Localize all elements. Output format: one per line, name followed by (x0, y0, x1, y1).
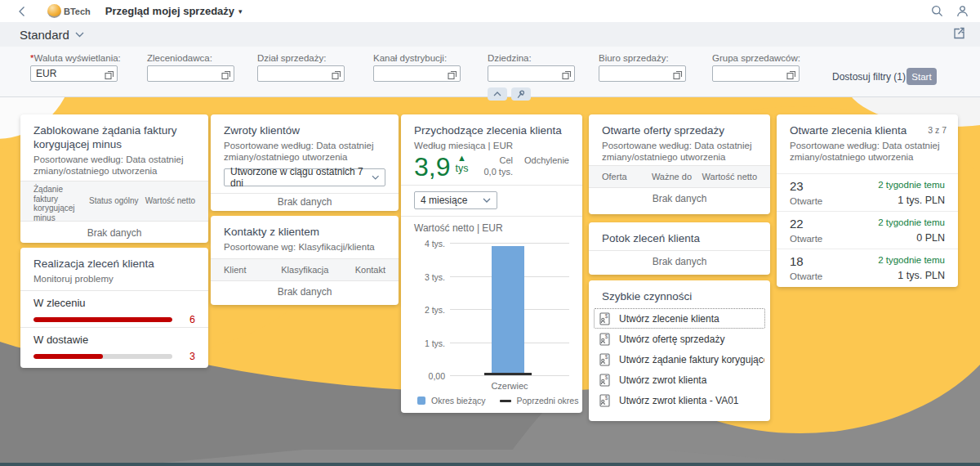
row-label: W dostawie (33, 334, 195, 346)
fulfillment-row-in-delivery[interactable]: W dostawie 3 (33, 334, 195, 362)
order-age: 2 tygodnie temu (878, 179, 945, 191)
variant-bar: Standard (0, 22, 980, 47)
sales-order-icon: $ (599, 333, 611, 346)
returns-period-select[interactable]: Utworzone w ciągu ostatnich 7 dni (224, 168, 385, 186)
quick-action-create-customer-return[interactable]: $ Utwórz zwrot klienta (594, 370, 765, 390)
card-header[interactable]: Potok zleceń klienta (589, 222, 770, 245)
card-customer-returns: Zwroty klientów Posortowane według: Data… (211, 114, 399, 211)
quick-action-create-credit-memo-request[interactable]: $ Utwórz żądanie faktury korygującej m..… (594, 349, 765, 370)
value-help-icon[interactable] (105, 69, 114, 78)
divider (20, 327, 208, 328)
card-header[interactable]: Przychodzące zlecenia klienta Według mie… (401, 114, 582, 152)
shell-header: BTech Przegląd mojej sprzedaży ▾ (0, 0, 980, 22)
select-value: 4 miesiące (421, 195, 467, 206)
card-title: Szybkie czynności (602, 289, 757, 303)
value-help-icon[interactable] (332, 69, 341, 78)
card-subtitle: Posortowane według: Data ostatniej zmian… (790, 141, 945, 163)
no-data-text: Brak danych (211, 286, 399, 298)
column-header: Oferta (602, 172, 641, 181)
value-help-icon[interactable] (786, 69, 796, 78)
chart-period-select[interactable]: 4 miesiące (414, 191, 497, 209)
sales-order-icon: $ (599, 374, 611, 387)
card-header[interactable]: Otwarte oferty sprzedaży Posortowane wed… (589, 114, 770, 163)
collapse-header-button[interactable] (488, 87, 507, 101)
table-header: Klient Klasyfikacja Kontakt (211, 258, 399, 281)
target-value: 0,0 tys. (483, 167, 512, 177)
divider (401, 216, 582, 217)
no-data-text: Brak danych (211, 196, 399, 208)
order-age: 2 tygodnie temu (878, 254, 945, 267)
fulfillment-bar-0 (33, 317, 172, 322)
card-subtitle: Posortowane według: Data ostatniej zmian… (33, 155, 195, 177)
card-header[interactable]: Kontakty z klientem Posortowane wg: Klas… (211, 216, 399, 253)
divider (20, 290, 208, 291)
card-blocked-credit-memos: Zablokowane żądania faktury korygującej … (20, 114, 208, 243)
filter-sales-division: Dział sprzedaży: (257, 53, 345, 82)
card-title: Realizacja zleceń klienta (33, 257, 195, 271)
filter-label: Zleceniodawca: (147, 53, 212, 63)
filter-sales-group: Grupa sprzedawców: (712, 53, 800, 82)
quick-action-create-customer-return-va01[interactable]: $ Utwórz zwrot klienta - VA01 (594, 390, 765, 410)
table-header: Oferta Ważne do Wartość netto (589, 165, 770, 188)
quick-action-label: Utwórz żądanie faktury korygującej m... (619, 354, 765, 365)
svg-text:$: $ (605, 313, 608, 319)
quick-action-create-sales-order[interactable]: $ Utwórz zlecenie klienta (594, 308, 765, 329)
order-age: 2 tygodnie temu (878, 217, 945, 229)
kpi-value: 3,9 (414, 152, 450, 181)
app-title-menu[interactable]: Przegląd mojej sprzedaży ▾ (105, 5, 243, 17)
adapt-filters-link[interactable]: Dostosuj filtry (1) (832, 71, 906, 83)
variant-title: Standard (20, 28, 69, 42)
card-header[interactable]: Realizacja zleceń klienta Monitoruj prob… (20, 248, 208, 285)
back-button[interactable] (13, 3, 29, 20)
column-header: Status ogólny (86, 196, 145, 206)
filter-display-currency: *Waluta wyświetlania: (30, 53, 118, 82)
share-icon (953, 27, 965, 39)
open-order-row[interactable]: 22 Otwarte 2 tygodnie temu 0 PLN (777, 211, 958, 249)
kpi-unit: tys (455, 163, 468, 174)
fulfillment-row-in-order[interactable]: W zleceniu 6 (33, 297, 195, 325)
value-help-icon[interactable] (221, 69, 231, 78)
card-header: Szybkie czynności (589, 280, 770, 303)
card-title: Przychodzące zlecenia klienta (414, 123, 569, 137)
card-order-pipeline: Potok zleceń klienta Brak danych (589, 222, 770, 275)
pin-header-button[interactable] (511, 87, 531, 101)
sales-order-icon: $ (599, 394, 611, 407)
value-help-icon[interactable] (673, 69, 683, 78)
order-value: 0 PLN (878, 231, 945, 244)
no-data-text: Brak danych (589, 193, 770, 204)
legend-label: Poprzedni okres (517, 396, 579, 406)
logo-text: BTech (64, 7, 91, 16)
filter-sales-office: Biuro sprzedaży: (599, 53, 686, 82)
value-help-icon[interactable] (562, 69, 572, 78)
go-button[interactable]: Start (906, 68, 937, 85)
pin-icon (517, 90, 525, 99)
card-open-quotes: Otwarte oferty sprzedaży Posortowane wed… (589, 114, 770, 214)
share-button[interactable] (953, 27, 965, 43)
card-header[interactable]: Zablokowane żądania faktury korygującej … (20, 114, 208, 177)
target-label: Cel (483, 155, 512, 165)
card-header[interactable]: Zwroty klientów Posortowane według: Data… (211, 114, 399, 163)
search-button[interactable] (931, 5, 943, 17)
column-header: Żądanie faktury korygującej minus (33, 185, 86, 217)
filter-label: Dział sprzedaży: (257, 53, 326, 63)
no-data-text: Brak danych (20, 227, 208, 239)
y-tick: 4 tys. (412, 239, 445, 249)
target-deviation-block: Cel Odchylenie 0,0 tys. (483, 155, 569, 177)
open-order-row[interactable]: 18 Otwarte 2 tygodnie temu 1 tys. PLN (777, 249, 958, 286)
card-header[interactable]: Otwarte zlecenia klienta Posortowane wed… (777, 114, 958, 163)
company-logo: BTech (47, 4, 91, 18)
legend-current-swatch (417, 397, 425, 405)
column-header: Wartość netto (692, 172, 757, 181)
x-axis-label: Czerwiec (450, 381, 569, 391)
variant-selector[interactable]: Standard (20, 28, 84, 42)
filter-label: Biuro sprzedaży: (599, 53, 669, 63)
filter-area: Dziedzina: (488, 53, 575, 82)
legend-label: Okres bieżący (431, 396, 486, 406)
value-help-icon[interactable] (448, 69, 457, 78)
open-order-row[interactable]: 23 Otwarte 2 tygodnie temu 1 tys. PLN (777, 173, 958, 211)
user-button[interactable] (956, 5, 969, 17)
search-icon (931, 5, 943, 17)
svg-text:$: $ (605, 334, 608, 339)
bottom-edge-strip (0, 463, 980, 466)
quick-action-create-sales-quote[interactable]: $ Utwórz ofertę sprzedaży (594, 329, 765, 349)
